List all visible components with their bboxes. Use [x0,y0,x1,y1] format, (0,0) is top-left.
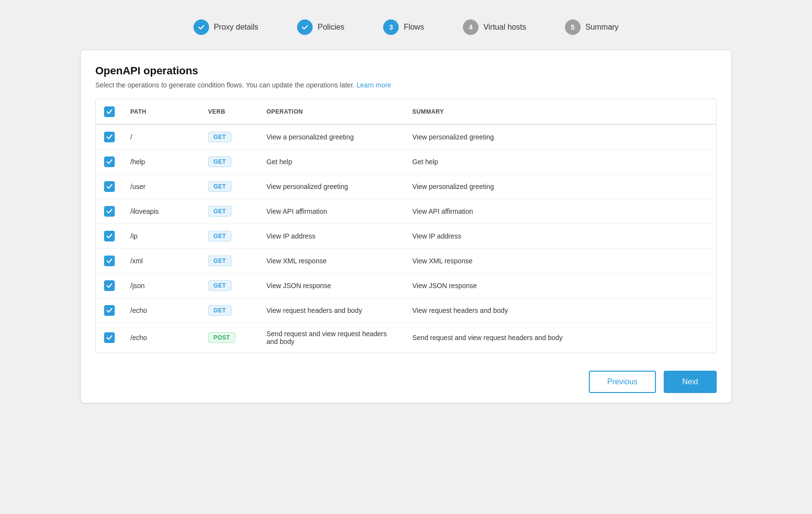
row-operation-3: View API affirmation [259,199,405,224]
row-verb-7: GET [200,298,259,323]
stepper: Proxy details Policies 3 Flows 4 Virtual… [15,10,797,50]
th-select-all[interactable] [96,100,123,125]
row-checkbox-8[interactable] [104,332,115,343]
step-flows[interactable]: 3 Flows [383,19,424,35]
verb-badge-7: GET [208,305,231,316]
verb-badge-4: GET [208,231,231,241]
table-header-row: PATH VERB OPERATION SUMMARY [96,100,716,125]
step-label-summary: Summary [585,23,618,32]
row-path-7: /echo [123,298,200,323]
select-all-checkbox[interactable] [104,106,115,117]
row-summary-7: View request headers and body [405,298,716,323]
row-operation-2: View personalized greeting [259,174,405,199]
row-checkbox-cell-8[interactable] [96,323,123,353]
step-circle-flows: 3 [383,19,399,35]
card-footer: Previous Next [95,363,717,393]
verb-badge-5: GET [208,256,231,266]
row-checkbox-0[interactable] [104,132,115,142]
row-operation-4: View IP address [259,224,405,249]
table-row: /iloveapis GET View API affirmation View… [96,199,716,224]
row-operation-8: Send request and view request headers an… [259,323,405,353]
row-verb-6: GET [200,274,259,298]
verb-badge-6: GET [208,280,231,291]
table-row: /help GET Get help Get help [96,150,716,174]
row-checkbox-cell-1[interactable] [96,150,123,174]
verb-badge-2: GET [208,181,231,192]
step-label-flows: Flows [404,23,424,32]
row-path-5: /xml [123,249,200,274]
row-verb-5: GET [200,249,259,274]
row-path-4: /ip [123,224,200,249]
th-verb: VERB [200,100,259,125]
row-checkbox-cell-4[interactable] [96,224,123,249]
row-summary-8: Send request and view request headers an… [405,323,716,353]
step-label-virtual-hosts: Virtual hosts [483,23,526,32]
step-circle-summary: 5 [565,19,581,35]
previous-button[interactable]: Previous [589,371,656,393]
step-circle-proxy-details [194,19,209,35]
row-verb-0: GET [200,124,259,150]
row-checkbox-cell-5[interactable] [96,249,123,274]
row-checkbox-1[interactable] [104,156,115,167]
table-row: /ip GET View IP address View IP address [96,224,716,249]
row-checkbox-cell-0[interactable] [96,124,123,150]
verb-badge-1: GET [208,156,231,167]
table-row: /json GET View JSON response View JSON r… [96,274,716,298]
row-operation-7: View request headers and body [259,298,405,323]
row-path-0: / [123,124,200,150]
table-wrapper[interactable]: PATH VERB OPERATION SUMMARY / GET View a… [95,99,717,353]
operations-table: PATH VERB OPERATION SUMMARY / GET View a… [96,99,716,353]
row-summary-3: View API affirmation [405,199,716,224]
step-circle-virtual-hosts: 4 [463,19,478,35]
step-summary[interactable]: 5 Summary [565,19,618,35]
card-title: OpenAPI operations [95,65,717,77]
step-proxy-details[interactable]: Proxy details [194,19,259,35]
row-checkbox-4[interactable] [104,231,115,241]
th-operation: OPERATION [259,100,405,125]
table-row: /echo POST Send request and view request… [96,323,716,353]
next-button[interactable]: Next [664,371,717,393]
row-verb-1: GET [200,150,259,174]
table-row: /xml GET View XML response View XML resp… [96,249,716,274]
row-summary-2: View personalized greeting [405,174,716,199]
row-operation-1: Get help [259,150,405,174]
row-summary-4: View IP address [405,224,716,249]
row-operation-5: View XML response [259,249,405,274]
th-summary: SUMMARY [405,100,716,125]
verb-badge-0: GET [208,132,231,142]
step-label-proxy-details: Proxy details [214,23,259,32]
table-row: / GET View a personalized greeting View … [96,124,716,150]
row-verb-2: GET [200,174,259,199]
row-operation-0: View a personalized greeting [259,124,405,150]
table-row: /user GET View personalized greeting Vie… [96,174,716,199]
row-checkbox-7[interactable] [104,305,115,316]
verb-badge-8: POST [208,332,235,343]
row-summary-6: View JSON response [405,274,716,298]
row-path-8: /echo [123,323,200,353]
row-checkbox-cell-6[interactable] [96,274,123,298]
row-summary-5: View XML response [405,249,716,274]
row-path-1: /help [123,150,200,174]
row-summary-1: Get help [405,150,716,174]
row-checkbox-3[interactable] [104,206,115,217]
learn-more-link[interactable]: Learn more [356,81,391,89]
row-checkbox-2[interactable] [104,181,115,192]
th-path: PATH [123,100,200,125]
row-verb-8: POST [200,323,259,353]
row-path-2: /user [123,174,200,199]
step-policies[interactable]: Policies [297,19,344,35]
row-operation-6: View JSON response [259,274,405,298]
step-circle-policies [297,19,313,35]
row-checkbox-cell-2[interactable] [96,174,123,199]
step-virtual-hosts[interactable]: 4 Virtual hosts [463,19,526,35]
verb-badge-3: GET [208,206,231,217]
row-path-3: /iloveapis [123,199,200,224]
row-verb-3: GET [200,199,259,224]
row-checkbox-cell-3[interactable] [96,199,123,224]
table-row: /echo GET View request headers and body … [96,298,716,323]
row-checkbox-6[interactable] [104,280,115,291]
row-path-6: /json [123,274,200,298]
row-checkbox-5[interactable] [104,256,115,266]
row-checkbox-cell-7[interactable] [96,298,123,323]
step-label-policies: Policies [318,23,344,32]
